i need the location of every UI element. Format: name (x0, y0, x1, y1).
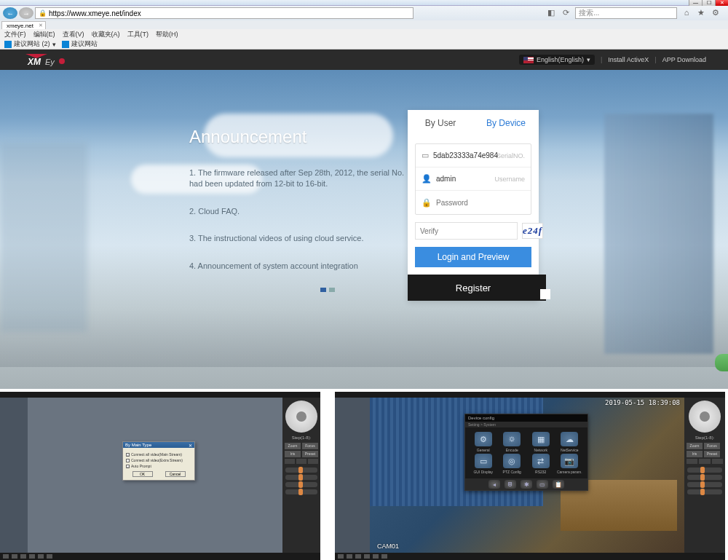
announcement-item[interactable]: 3. The instructional videos of using clo… (189, 233, 408, 244)
toolbar-icon[interactable] (47, 554, 52, 559)
checkbox-auto-prompt[interactable]: ✓ (126, 465, 130, 468)
toolbar-icon[interactable] (20, 554, 26, 559)
ptz-iris-button[interactable]: Iris (285, 451, 301, 457)
ptz-preset-button[interactable]: Preset (302, 451, 318, 457)
ptz-preset-button[interactable]: Preset (704, 451, 720, 457)
password-input[interactable] (436, 199, 529, 207)
nav-forward-button[interactable]: → (19, 7, 33, 19)
client-bottom-bar (0, 553, 320, 560)
ptz-slider[interactable] (687, 489, 722, 494)
ptz-small-button[interactable] (699, 459, 710, 464)
cancel-button[interactable]: Cancel (165, 471, 186, 477)
config-item-encode[interactable]: ⛭Encode (499, 432, 526, 452)
verify-input[interactable] (415, 222, 518, 240)
menu-edit[interactable]: 编辑(E) (33, 30, 55, 39)
toolbar-icon[interactable] (347, 554, 352, 559)
announcement-item[interactable]: 1. The firmware released after Sep 28th,… (189, 167, 408, 190)
ptz-slider[interactable] (285, 468, 317, 473)
tab-close-icon[interactable]: ✕ (39, 23, 43, 28)
menu-view[interactable]: 查看(V) (63, 30, 84, 39)
ptz-slider[interactable] (285, 482, 317, 487)
browser-tab[interactable]: xmeye.net ✕ (1, 21, 46, 29)
config-item-gui-display[interactable]: ▭GUI Display (470, 454, 497, 474)
ptz-iris-button[interactable]: Iris (687, 451, 703, 457)
address-bar[interactable]: 🔒 https://www.xmeye.net/index (35, 7, 414, 19)
refresh-icon[interactable]: ⟳ (561, 8, 571, 18)
checkbox-main-stream[interactable]: ✓ (126, 453, 130, 457)
ptz-zoom-button[interactable]: Zoom (285, 443, 301, 449)
ptz-focus-button[interactable]: Focus (704, 443, 720, 449)
config-item-camera-param-[interactable]: 📷Camera param. (556, 454, 584, 474)
ptz-joystick[interactable] (285, 401, 317, 433)
toolbar-icon[interactable] (373, 554, 379, 559)
menu-help[interactable]: 帮助(H) (156, 30, 178, 39)
tab-by-device[interactable]: By Device (473, 110, 539, 136)
ok-button[interactable]: OK (132, 471, 153, 477)
toolbar-icon[interactable] (12, 554, 17, 559)
captcha-image[interactable]: e24f (522, 223, 543, 239)
app-download-link[interactable]: APP Download (662, 56, 706, 63)
ptz-slider[interactable] (687, 482, 722, 487)
pager-dot[interactable] (329, 288, 335, 292)
config-nav-icon[interactable]: ✱ (521, 480, 532, 489)
config-item-general[interactable]: ⚙General (470, 432, 497, 452)
window-maximize-button[interactable]: ☐ (702, 0, 715, 6)
favorites-icon[interactable]: ★ (696, 8, 706, 18)
bookmark-label: 建议网站 (2) (14, 39, 50, 49)
toolbar-icon[interactable] (381, 554, 387, 559)
pager-dot[interactable] (320, 288, 326, 292)
dialog-title: By Main Type (125, 443, 151, 447)
site-logo[interactable]: XM Ey (22, 52, 73, 67)
ptz-slider[interactable] (285, 489, 317, 494)
menu-file[interactable]: 文件(F) (4, 30, 26, 39)
config-item-netservice[interactable]: ☁NetService (556, 432, 584, 452)
ptz-zoom-button[interactable]: Zoom (687, 443, 703, 449)
tab-by-user[interactable]: By User (408, 110, 473, 136)
ptz-slider[interactable] (687, 475, 722, 480)
install-activex-link[interactable]: Install ActiveX (608, 56, 649, 63)
config-item-rs-[interactable]: ⇄RS232 (527, 454, 555, 474)
window-minimize-button[interactable]: — (689, 0, 702, 6)
home-icon[interactable]: ⌂ (681, 8, 692, 18)
ptz-small-button[interactable] (296, 459, 306, 464)
ptz-focus-button[interactable]: Focus (302, 443, 318, 449)
config-item-network[interactable]: ▦Network (527, 432, 555, 452)
ptz-joystick[interactable] (689, 401, 721, 433)
bookmark-item[interactable]: 建议网站 (2) ▾ (4, 39, 56, 49)
toolbar-icon[interactable] (29, 554, 35, 559)
bookmark-item[interactable]: 建议网站 (62, 39, 98, 49)
toolbar-icon[interactable] (3, 554, 9, 559)
config-icon: ⛭ (503, 432, 521, 446)
tools-icon[interactable]: ⚙ (711, 8, 721, 18)
nav-back-button[interactable]: ← (3, 7, 17, 19)
window-close-button[interactable]: ✕ (715, 0, 728, 6)
config-nav-icon[interactable]: ⛨ (505, 480, 516, 489)
browser-search-input[interactable]: 搜索... (575, 7, 677, 19)
config-nav-icon[interactable]: ◂ (488, 480, 500, 489)
ptz-small-button[interactable] (285, 459, 295, 464)
ptz-slider[interactable] (285, 475, 317, 480)
checkbox-extra-stream[interactable] (126, 459, 130, 462)
toolbar-icon[interactable] (338, 554, 344, 559)
login-button[interactable]: Login and Preview (415, 247, 531, 267)
dialog-close-icon[interactable]: ✕ (189, 443, 192, 448)
announcement-item[interactable]: 2. Cloud FAQ. (189, 206, 408, 217)
config-nav-icon[interactable]: ▭ (537, 480, 548, 489)
register-bar[interactable]: Register (408, 275, 539, 301)
config-item-ptz-config[interactable]: ◎PTZ Config (499, 454, 526, 474)
ptz-small-button[interactable] (712, 459, 723, 464)
menu-tools[interactable]: 工具(T) (127, 30, 149, 39)
ptz-slider[interactable] (687, 468, 722, 473)
toolbar-icon[interactable] (355, 554, 361, 559)
chat-button[interactable] (715, 354, 728, 371)
ptz-small-button[interactable] (687, 459, 697, 464)
announcement-item[interactable]: 4. Announcement of system account integr… (189, 261, 408, 272)
toolbar-icon[interactable] (364, 554, 370, 559)
client-titlebar (0, 392, 320, 398)
toolbar-icon[interactable] (38, 554, 44, 559)
ptz-small-button[interactable] (308, 459, 318, 464)
language-selector[interactable]: English(English) ▾ (519, 55, 595, 65)
config-nav-icon[interactable]: 📋 (553, 480, 564, 489)
menu-favorites[interactable]: 收藏夹(A) (92, 30, 120, 39)
compat-icon[interactable]: ◧ (546, 8, 556, 18)
